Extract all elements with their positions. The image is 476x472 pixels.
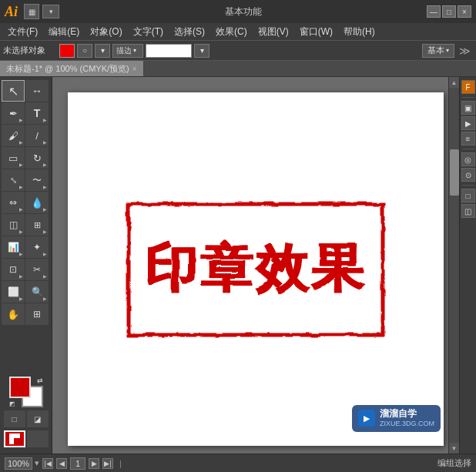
line-tool[interactable]: / ▶ xyxy=(25,125,49,146)
menu-file[interactable]: 文件(F) xyxy=(3,24,42,40)
fg-bg-colors: ⇄ ◩ xyxy=(9,377,43,407)
right-separator-2 xyxy=(462,149,474,149)
right-panel-btn-4[interactable]: ≡ xyxy=(461,132,475,146)
right-panel-btn-3[interactable]: ▶ xyxy=(461,116,475,130)
rotate-tool[interactable]: ↻ ▶ xyxy=(25,147,49,169)
arrange-button[interactable]: ▾ xyxy=(42,5,59,18)
right-panel-btn-2[interactable]: ▣ xyxy=(461,101,475,115)
direct-select-tool[interactable]: ↔ xyxy=(25,80,49,102)
scroll-track[interactable] xyxy=(449,88,459,443)
type-tool[interactable]: T ▶ xyxy=(25,102,49,124)
stamp-text: 印章效果 xyxy=(145,234,367,304)
zoom-input[interactable] xyxy=(5,457,32,470)
menu-view[interactable]: 视图(V) xyxy=(253,24,293,40)
app-logo: Ai xyxy=(5,4,18,20)
prev-page-button[interactable]: ◀ xyxy=(56,458,67,469)
tool-row-gradient: ◫ ▶ ⊞ ▶ xyxy=(2,214,50,236)
status-label: 编组选择 xyxy=(437,457,471,469)
tab-close-button[interactable]: × xyxy=(132,65,137,73)
menu-help[interactable]: 帮助(H) xyxy=(339,24,380,40)
eyedropper-tool[interactable]: 💧 ▶ xyxy=(25,192,49,213)
tool-row-shape: ▭ ▶ ↻ ▶ xyxy=(2,147,50,169)
right-panel-btn-8[interactable]: ◫ xyxy=(461,204,475,218)
scale-tool[interactable]: ⤡ ▶ xyxy=(2,169,25,191)
menu-select[interactable]: 选择(S) xyxy=(169,24,210,40)
workspace-dropdown[interactable]: 基本 ▾ xyxy=(422,44,454,58)
menu-bar: 文件(F) 编辑(E) 对象(O) 文字(T) 选择(S) 效果(C) 视图(V… xyxy=(0,23,476,40)
draw-mode-inside[interactable] xyxy=(27,430,49,447)
symbol-tool[interactable]: ✦ ▶ xyxy=(25,236,49,258)
first-page-button[interactable]: |◀ xyxy=(42,458,53,469)
stroke-width-dropdown[interactable]: ▾ xyxy=(194,44,210,58)
right-panel-btn-1[interactable]: F xyxy=(461,80,475,94)
toolbar: 未选择对象 ○ ▾ 描边 ▾ ▾ 基本 ▾ ≫ xyxy=(0,40,476,60)
scroll-thumb[interactable] xyxy=(450,149,459,196)
menu-type[interactable]: 文字(T) xyxy=(129,24,168,40)
tutorial-badge: ▶ 溜溜自学 ZIXUE.3DG.COM xyxy=(352,405,441,432)
mesh-tool[interactable]: ⊞ ▶ xyxy=(25,214,49,236)
tool-row-artboard: ⊡ ▶ ✂ ▶ xyxy=(2,259,50,280)
page-number-input[interactable] xyxy=(70,457,85,470)
select-tool[interactable]: ↖ xyxy=(2,80,25,102)
right-separator-3 xyxy=(462,185,474,186)
rect-tool[interactable]: ▭ ▶ xyxy=(2,147,25,169)
right-panel: F ▣ ▶ ≡ ◎ ⊙ □ ◫ xyxy=(459,77,476,454)
warp-tool[interactable]: 〜 ▶ xyxy=(25,169,49,191)
zoom-control: ▾ xyxy=(5,457,39,470)
width-tool[interactable]: ⇔ ▶ xyxy=(2,192,25,213)
brush-tool[interactable]: 🖌 ▶ xyxy=(2,125,25,146)
app-title: 基本功能 xyxy=(59,5,427,18)
canvas-area[interactable]: 印章效果 ▲ ▼ ▶ 溜溜自学 ZIXUE.3DG.COM xyxy=(52,77,459,454)
document-tab[interactable]: 未标题-1* @ 100% (CMYK/预览) × xyxy=(0,61,144,76)
minimize-button[interactable]: — xyxy=(427,5,441,18)
stroke-arrow[interactable]: ▾ xyxy=(95,44,110,58)
print-tiling-tool[interactable]: ⊞ xyxy=(25,303,49,325)
menu-edit[interactable]: 编辑(E) xyxy=(44,24,84,40)
pen-tool[interactable]: ✒ ▶ xyxy=(2,102,25,124)
gradient-fill-button[interactable]: ◪ xyxy=(27,410,49,427)
menu-effect[interactable]: 效果(C) xyxy=(211,24,252,40)
right-panel-btn-5[interactable]: ◎ xyxy=(461,152,475,166)
right-panel-btn-7[interactable]: □ xyxy=(461,189,475,203)
foreground-color-swatch[interactable] xyxy=(9,377,31,398)
menu-object[interactable]: 对象(O) xyxy=(85,24,126,40)
no-selection-label: 未选择对象 xyxy=(3,45,57,56)
artboard-tool[interactable]: ⊡ ▶ xyxy=(2,259,25,280)
tab-bar: 未标题-1* @ 100% (CMYK/预览) × xyxy=(0,60,476,77)
menu-window[interactable]: 窗口(W) xyxy=(295,24,337,40)
tool-row-width: ⇔ ▶ 💧 ▶ xyxy=(2,192,50,213)
slice-tool[interactable]: ✂ ▶ xyxy=(25,259,49,280)
tool-row-select: ↖ ↔ xyxy=(2,80,50,102)
hand-tool[interactable]: ✋ xyxy=(2,303,25,325)
fill-icon[interactable]: ○ xyxy=(77,44,92,58)
main-area: ↖ ↔ ✒ ▶ T ▶ 🖌 ▶ / ▶ xyxy=(0,77,476,454)
tab-label: 未标题-1* @ 100% (CMYK/预览) xyxy=(6,63,129,75)
next-page-button[interactable]: ▶ xyxy=(89,458,99,469)
scroll-down-button[interactable]: ▼ xyxy=(449,443,460,454)
chart-tool[interactable]: 📊 ▶ xyxy=(2,236,25,258)
color-tools: ⇄ ◩ □ ◪ xyxy=(2,373,50,450)
fill-none-button[interactable]: □ xyxy=(4,410,25,427)
scroll-up-button[interactable]: ▲ xyxy=(449,77,460,88)
maximize-button[interactable]: □ xyxy=(442,5,456,18)
zoom-percent-label: ▾ xyxy=(35,458,39,468)
last-page-button[interactable]: ▶| xyxy=(102,458,113,469)
vertical-scrollbar[interactable]: ▲ ▼ xyxy=(448,77,459,454)
gradient-tool[interactable]: ◫ ▶ xyxy=(2,214,25,236)
status-bar: ▾ |◀ ◀ ▶ ▶| | 编组选择 xyxy=(0,454,476,472)
right-separator-1 xyxy=(462,97,474,98)
stamp-container: 印章效果 xyxy=(117,192,394,346)
reset-colors-icon[interactable]: ◩ xyxy=(9,400,15,407)
artboard: 印章效果 xyxy=(68,92,444,446)
draw-mode-normal[interactable] xyxy=(4,430,25,447)
swap-colors-icon[interactable]: ⇄ xyxy=(37,377,43,384)
zoom-tool[interactable]: 🔍 ▶ xyxy=(25,281,49,303)
badge-logo-icon: ▶ xyxy=(358,410,375,427)
right-panel-btn-6[interactable]: ⊙ xyxy=(461,168,475,182)
tool-row-pen: ✒ ▶ T ▶ xyxy=(2,102,50,124)
close-button[interactable]: × xyxy=(458,5,471,18)
extra-options-button[interactable]: ≫ xyxy=(457,45,473,57)
fill-color-box[interactable] xyxy=(59,44,75,58)
eraser-tool[interactable]: ⬜ ▶ xyxy=(2,281,25,303)
stroke-dropdown[interactable]: 描边 ▾ xyxy=(112,44,143,58)
